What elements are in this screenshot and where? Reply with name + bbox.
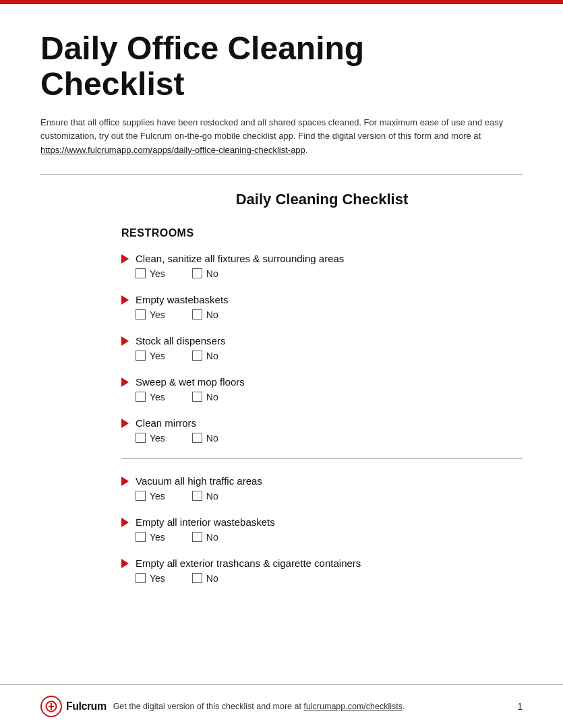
item-label: Stock all dispensers bbox=[136, 335, 225, 346]
checkbox-box-no[interactable] bbox=[192, 433, 202, 443]
checkbox-yes[interactable]: Yes bbox=[136, 532, 165, 543]
footer-logo-text: Fulcrum bbox=[66, 700, 107, 712]
checkbox-yes[interactable]: Yes bbox=[136, 433, 165, 444]
yes-label: Yes bbox=[150, 532, 165, 543]
checklist-item-sweep-mop: Sweep & wet mop floors Yes No bbox=[121, 376, 523, 402]
checkbox-yes[interactable]: Yes bbox=[136, 351, 165, 361]
item-label: Empty all exterior trashcans & cigarette… bbox=[136, 557, 361, 569]
footer-link[interactable]: fulcrumapp.com/checklists bbox=[303, 702, 403, 711]
checklist-item-empty-wastebaskets: Empty wastebaskets Yes No bbox=[121, 294, 523, 320]
no-label: No bbox=[206, 309, 218, 320]
footer-logo: Fulcrum bbox=[40, 696, 107, 717]
no-label: No bbox=[206, 573, 218, 584]
yes-label: Yes bbox=[150, 351, 165, 361]
no-label: No bbox=[206, 268, 218, 279]
checkbox-yes[interactable]: Yes bbox=[136, 573, 165, 584]
footer: Fulcrum Get the digital version of this … bbox=[0, 684, 563, 728]
checkbox-no[interactable]: No bbox=[192, 309, 218, 320]
checkbox-box-yes[interactable] bbox=[136, 491, 146, 501]
footer-page-number: 1 bbox=[517, 701, 523, 712]
page-title: Daily Office Cleaning Checklist bbox=[40, 31, 523, 102]
checklist-item-vacuum: Vacuum all high traffic areas Yes No bbox=[121, 475, 523, 502]
checkbox-box-yes[interactable] bbox=[136, 532, 146, 542]
item-label: Vacuum all high traffic areas bbox=[136, 475, 262, 487]
checkbox-no[interactable]: No bbox=[192, 573, 218, 584]
yes-label: Yes bbox=[150, 268, 165, 279]
yes-label: Yes bbox=[150, 491, 165, 502]
yes-label: Yes bbox=[150, 392, 165, 402]
checkbox-box-yes[interactable] bbox=[136, 309, 146, 320]
no-label: No bbox=[206, 351, 218, 361]
section-restrooms: RESTROOMS Clean, sanitize all fixtures &… bbox=[121, 227, 523, 444]
checklist-item-empty-exterior: Empty all exterior trashcans & cigarette… bbox=[121, 557, 523, 584]
arrow-icon bbox=[121, 295, 129, 305]
checkbox-no[interactable]: No bbox=[192, 433, 218, 444]
yes-label: Yes bbox=[150, 433, 165, 444]
arrow-icon bbox=[121, 254, 129, 264]
checkbox-box-no[interactable] bbox=[192, 532, 202, 542]
checkbox-box-no[interactable] bbox=[192, 309, 202, 320]
checklist-item-empty-interior: Empty all interior wastebaskets Yes No bbox=[121, 516, 523, 543]
arrow-icon bbox=[121, 518, 129, 527]
checkbox-no[interactable]: No bbox=[192, 392, 218, 402]
arrow-icon bbox=[121, 419, 129, 428]
checkbox-no[interactable]: No bbox=[192, 491, 218, 502]
checkbox-box-yes[interactable] bbox=[136, 392, 146, 402]
item-label: Clean, sanitize all fixtures & surroundi… bbox=[136, 253, 344, 264]
checkbox-yes[interactable]: Yes bbox=[136, 392, 165, 402]
checkbox-yes[interactable]: Yes bbox=[136, 268, 165, 279]
arrow-icon bbox=[121, 559, 129, 568]
checklist-item-stock-dispensers: Stock all dispensers Yes No bbox=[121, 335, 523, 361]
checkbox-box-yes[interactable] bbox=[136, 268, 146, 278]
checkbox-box-no[interactable] bbox=[192, 268, 202, 278]
arrow-icon bbox=[121, 377, 129, 387]
no-label: No bbox=[206, 532, 218, 543]
yes-label: Yes bbox=[150, 573, 165, 584]
checkbox-box-yes[interactable] bbox=[136, 573, 146, 583]
no-label: No bbox=[206, 392, 218, 402]
arrow-icon bbox=[121, 477, 129, 486]
checkbox-yes[interactable]: Yes bbox=[136, 309, 165, 320]
section-restrooms-heading: RESTROOMS bbox=[121, 227, 523, 239]
checkbox-no[interactable]: No bbox=[192, 351, 218, 361]
checkbox-box-no[interactable] bbox=[192, 491, 202, 501]
section-general: Vacuum all high traffic areas Yes No bbox=[121, 475, 523, 584]
checkbox-no[interactable]: No bbox=[192, 268, 218, 279]
section-divider bbox=[121, 458, 523, 459]
item-label: Sweep & wet mop floors bbox=[136, 376, 245, 388]
checklist-container: Daily Cleaning Checklist RESTROOMS Clean… bbox=[40, 191, 523, 584]
footer-message: Get the digital version of this checklis… bbox=[113, 702, 511, 711]
checkbox-box-no[interactable] bbox=[192, 573, 202, 583]
yes-label: Yes bbox=[150, 309, 165, 320]
no-label: No bbox=[206, 433, 218, 444]
subtitle-description: Ensure that all office supplies have bee… bbox=[40, 116, 523, 158]
checklist-title: Daily Cleaning Checklist bbox=[121, 191, 523, 208]
checkbox-no[interactable]: No bbox=[192, 532, 218, 543]
checklist-item-clean-mirrors: Clean mirrors Yes No bbox=[121, 417, 523, 444]
checkbox-box-yes[interactable] bbox=[136, 351, 146, 361]
checkbox-box-no[interactable] bbox=[192, 351, 202, 361]
arrow-icon bbox=[121, 336, 129, 346]
item-label: Empty wastebaskets bbox=[136, 294, 229, 305]
no-label: No bbox=[206, 491, 218, 502]
checklist-item-clean-sanitize: Clean, sanitize all fixtures & surroundi… bbox=[121, 253, 523, 279]
checkbox-yes[interactable]: Yes bbox=[136, 491, 165, 502]
item-label: Clean mirrors bbox=[136, 417, 196, 429]
item-label: Empty all interior wastebaskets bbox=[136, 516, 275, 528]
subtitle-link[interactable]: https://www.fulcrumapp.com/apps/daily-of… bbox=[40, 145, 305, 155]
checkbox-box-yes[interactable] bbox=[136, 433, 146, 443]
checkbox-box-no[interactable] bbox=[192, 392, 202, 402]
header-divider bbox=[40, 174, 523, 175]
fulcrum-logo-icon bbox=[40, 696, 62, 717]
